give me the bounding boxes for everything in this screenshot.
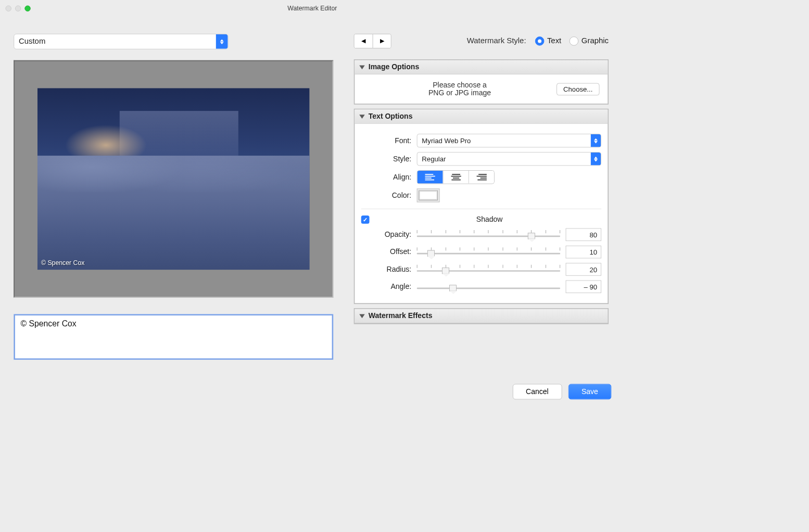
preview-photo: © Spencer Cox <box>37 88 310 270</box>
style-graphic-radio[interactable]: Graphic <box>570 36 609 46</box>
radio-icon <box>535 36 545 46</box>
preview-area: © Spencer Cox <box>14 60 333 298</box>
shadow-opacity-slider[interactable] <box>417 229 560 240</box>
angle-label: Angle: <box>361 283 411 291</box>
shadow-offset-slider[interactable] <box>417 247 560 258</box>
shadow-opacity-input[interactable] <box>566 229 601 242</box>
opacity-label: Opacity: <box>361 231 411 239</box>
prev-button[interactable]: ◀ <box>355 34 373 48</box>
watermark-editor-window: Watermark Editor Custom © Spencer Cox <box>0 0 622 408</box>
shadow-checkbox[interactable] <box>361 216 370 224</box>
maximize-button[interactable] <box>24 5 30 11</box>
watermark-effects-header[interactable]: Watermark Effects <box>355 309 608 323</box>
watermark-style-label: Watermark Style: <box>467 36 526 46</box>
updown-arrows-icon <box>591 153 601 166</box>
shadow-radius-slider[interactable] <box>417 264 560 275</box>
font-select[interactable]: Myriad Web Pro <box>417 134 601 147</box>
align-label: Align: <box>361 173 411 181</box>
shadow-angle-slider[interactable] <box>417 281 560 292</box>
radius-label: Radius: <box>361 265 411 274</box>
font-style-select[interactable]: Regular <box>417 152 601 166</box>
text-options-panel: Text Options Font: Myriad Web Pro Style:… <box>354 109 609 304</box>
style-text-radio[interactable]: Text <box>535 36 561 46</box>
window-title: Watermark Editor <box>31 5 594 12</box>
next-button[interactable]: ▶ <box>373 34 391 48</box>
image-options-header[interactable]: Image Options <box>355 60 608 74</box>
align-center-button[interactable] <box>443 171 469 184</box>
align-segment <box>417 170 495 184</box>
disclosure-triangle-icon <box>359 115 365 119</box>
preset-select[interactable]: Custom <box>14 34 228 49</box>
align-left-button[interactable] <box>418 171 443 184</box>
radio-icon <box>570 36 579 46</box>
shadow-label: Shadow <box>377 216 601 224</box>
watermark-text-input[interactable] <box>14 314 333 360</box>
preset-selected: Custom <box>14 37 216 46</box>
color-swatch-icon <box>419 191 438 200</box>
style-label: Style: <box>361 155 411 163</box>
shadow-offset-input[interactable] <box>566 246 601 259</box>
close-button[interactable] <box>6 5 11 11</box>
choose-image-button[interactable]: Choose... <box>557 83 600 95</box>
titlebar: Watermark Editor <box>0 0 622 17</box>
offset-label: Offset: <box>361 248 411 256</box>
minimize-button[interactable] <box>15 5 21 11</box>
updown-arrows-icon <box>591 134 601 147</box>
text-options-header[interactable]: Text Options <box>355 109 608 123</box>
shadow-radius-input[interactable] <box>566 263 601 276</box>
color-label: Color: <box>361 191 411 199</box>
cancel-button[interactable]: Cancel <box>513 384 562 400</box>
align-right-button[interactable] <box>469 171 494 184</box>
save-button[interactable]: Save <box>568 384 611 400</box>
watermark-effects-panel: Watermark Effects <box>354 308 609 324</box>
shadow-angle-input[interactable] <box>566 280 601 293</box>
color-picker-button[interactable] <box>417 188 440 202</box>
watermark-preview-text: © Spencer Cox <box>41 259 84 266</box>
updown-arrows-icon <box>216 34 228 49</box>
image-options-hint: Please choose a PNG or JPG image <box>363 81 557 97</box>
disclosure-triangle-icon <box>359 65 365 69</box>
font-label: Font: <box>361 136 411 145</box>
window-controls <box>6 5 31 11</box>
nav-arrows: ◀ ▶ <box>354 34 391 48</box>
image-options-panel: Image Options Please choose a PNG or JPG… <box>354 59 609 105</box>
disclosure-triangle-icon <box>359 314 365 318</box>
